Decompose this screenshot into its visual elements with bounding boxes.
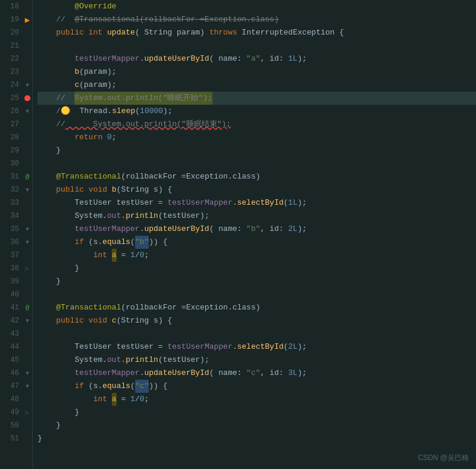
line-row: 42 ▼ <box>0 314 32 327</box>
code-line-37: int a = 1/0; <box>37 249 476 262</box>
code-editor: 18 19 ▶ 20 21 22 23 24 ▼ <box>0 0 476 469</box>
line-row: 44 <box>0 340 32 354</box>
line-row: 24 ▼ <box>0 79 32 92</box>
code-line-42: public void c(String s) { <box>37 314 476 327</box>
code-line-32: public void b(String s) { <box>37 183 476 196</box>
code-line-33: TestUser testUser = testUserMapper.selec… <box>37 196 476 210</box>
line-row: 51 <box>0 432 32 445</box>
at-marker: @ <box>23 173 32 180</box>
code-line-48: int a = 1/0; <box>37 393 476 406</box>
line-row: 39 <box>0 275 32 288</box>
code-line-45: System.out.println(testUser); <box>37 354 476 367</box>
line-row: 48 <box>0 393 32 406</box>
line-row: 33 <box>0 196 32 210</box>
line-row: 21 <box>0 39 32 52</box>
line-row: 37 <box>0 249 32 262</box>
line-row: 30 <box>0 157 32 170</box>
code-line-19: // @Transactional(rollbackFor =Exception… <box>37 13 476 26</box>
code-line-28: return 0; <box>37 131 476 144</box>
debug-arrow-icon: ▶ <box>23 15 32 25</box>
code-line-38: } <box>37 262 476 275</box>
line-row: 26 ▼ <box>0 105 32 118</box>
line-row: 29 <box>0 144 32 157</box>
code-line-30 <box>37 157 476 170</box>
line-row: 40 <box>0 288 32 301</box>
code-line-39: } <box>37 275 476 288</box>
line-row: 43 <box>0 327 32 340</box>
code-line-31: @Transactional(rollbackFor =Exception.cl… <box>37 170 476 183</box>
line-row: 41 @ <box>0 301 32 314</box>
line-row: 50 <box>0 419 32 432</box>
code-line-49: } <box>37 406 476 419</box>
line-row: 18 <box>0 0 32 13</box>
code-line-35: testUserMapper.updateUserById( name: "b"… <box>37 223 476 236</box>
code-line-40 <box>37 288 476 301</box>
code-line-47: if (s.equals("c")) { <box>37 380 476 393</box>
line-row: 27 <box>0 118 32 131</box>
line-row: 31 @ <box>0 170 32 183</box>
code-line-50: } <box>37 419 476 432</box>
code-line-20: public int update( String param) throws … <box>37 26 476 39</box>
line-row: 19 ▶ <box>0 13 32 26</box>
line-numbers: 18 19 ▶ 20 21 22 23 24 ▼ <box>0 0 33 469</box>
line-row: 49 ▷ <box>0 406 32 419</box>
code-line-22: testUserMapper.updateUserById( name: "a"… <box>37 52 476 65</box>
code-line-41: @Transactional(rollbackFor =Exception.cl… <box>37 301 476 314</box>
code-line-21 <box>37 39 476 52</box>
code-line-24: c(param); <box>37 79 476 92</box>
line-row: 36 ▼ <box>0 236 32 249</box>
code-line-46: testUserMapper.updateUserById( name: "c"… <box>37 367 476 380</box>
line-row: 34 <box>0 210 32 223</box>
line-row: 35 ▼ <box>0 223 32 236</box>
line-row: 47 ▼ <box>0 380 32 393</box>
line-row: 46 ▼ <box>0 367 32 380</box>
code-line-44: TestUser testUser = testUserMapper.selec… <box>37 340 476 354</box>
fold-icon[interactable]: ▼ <box>23 82 32 89</box>
line-row: 20 <box>0 26 32 39</box>
code-line-27: // System.out.println("睡眠结束"); <box>37 118 476 131</box>
line-row: 25 <box>0 92 32 105</box>
code-line-36: if (s.equals("b")) { <box>37 236 476 249</box>
code-line-26: /🟡 Thread.sleep(10000); <box>37 105 476 118</box>
code-line-43 <box>37 327 476 340</box>
code-line-18: @Override <box>37 0 476 13</box>
line-row: 38 ▷ <box>0 262 32 275</box>
code-line-23: b(param); <box>37 65 476 79</box>
line-row: 22 <box>0 52 32 65</box>
line-row: 45 <box>0 354 32 367</box>
line-row: 28 <box>0 131 32 144</box>
watermark: CSDN @吴巴格 <box>418 453 469 463</box>
code-line-29: } <box>37 144 476 157</box>
code-line-51: } <box>37 432 476 445</box>
code-line-25: // System.out.println("睡眠开始"); <box>37 92 476 105</box>
code-content: @Override // @Transactional(rollbackFor … <box>33 0 476 469</box>
line-row: 23 <box>0 65 32 79</box>
breakpoint-dot[interactable] <box>24 95 30 101</box>
code-line-34: System.out.println(testUser); <box>37 210 476 223</box>
line-row: 32 ▼ <box>0 183 32 196</box>
